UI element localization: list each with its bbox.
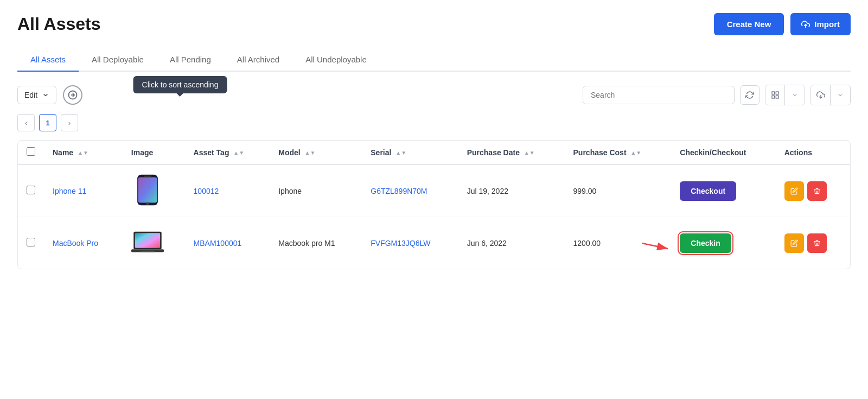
row-purchase-date-1: Jul 19, 2022 (467, 187, 508, 195)
macbook-image (131, 226, 164, 258)
import-button[interactable]: Import (790, 13, 851, 35)
row-image-cell-1 (123, 164, 185, 217)
row-serial-link-2[interactable]: FVFGM13JQ6LW (371, 239, 430, 248)
next-page-button[interactable]: › (61, 114, 78, 131)
delete-button-2[interactable] (807, 233, 827, 253)
grid-chevron-button[interactable] (785, 85, 805, 105)
row-image-cell-2 (123, 217, 185, 269)
col-header-serial[interactable]: Serial ▲▼ (362, 141, 458, 164)
red-arrow-icon (642, 235, 674, 251)
edit-button-1[interactable] (784, 181, 804, 201)
tab-all-pending[interactable]: All Pending (157, 48, 224, 72)
sort-tooltip: Click to sort ascending (133, 76, 227, 93)
purchase-date-sort-icons: ▲▼ (524, 150, 535, 156)
edit-label: Edit (24, 91, 37, 99)
header-actions: Create New Import (714, 13, 851, 35)
svg-point-11 (146, 202, 149, 205)
svg-rect-4 (776, 92, 778, 94)
row-asset-tag-cell-2: MBAM100001 (185, 217, 270, 269)
download-group (810, 85, 851, 105)
tab-all-deployable[interactable]: All Deployable (79, 48, 157, 72)
asset-tag-link-1[interactable]: 100012 (194, 187, 219, 195)
download-chevron-button[interactable] (831, 85, 850, 105)
grid-icon (771, 91, 780, 99)
tabs-container: All Assets All Deployable All Pending Al… (17, 48, 851, 72)
action-buttons-2 (784, 233, 841, 253)
delete-button-1[interactable] (807, 181, 827, 201)
action-buttons-1 (784, 181, 841, 201)
trash-icon-1 (813, 187, 821, 195)
svg-rect-3 (772, 92, 775, 94)
select-all-checkbox[interactable] (27, 147, 35, 156)
toolbar-right (583, 85, 851, 105)
download-icon (816, 91, 825, 99)
download-button[interactable] (811, 85, 831, 105)
row-purchase-date-2: Jun 6, 2022 (467, 239, 507, 248)
pencil-icon-1 (790, 187, 798, 195)
name-sort-icons: ▲▼ (78, 150, 88, 156)
pagination: ‹ 1 › (17, 114, 851, 131)
upload-icon (801, 20, 810, 29)
row-actions-cell-1 (776, 164, 850, 217)
svg-rect-12 (144, 175, 151, 177)
purchase-cost-sort-icons: ▲▼ (630, 150, 641, 156)
page-1-button[interactable]: 1 (39, 114, 56, 131)
tab-all-assets[interactable]: All Assets (17, 48, 79, 72)
svg-rect-17 (141, 251, 155, 252)
col-header-purchase-cost[interactable]: Purchase Cost ▲▼ (565, 141, 672, 164)
tab-all-undeployable[interactable]: All Undeployable (292, 48, 380, 72)
col-header-model[interactable]: Model ▲▼ (270, 141, 362, 164)
svg-rect-15 (135, 233, 160, 248)
search-input[interactable] (583, 86, 735, 104)
checkout-button-1[interactable]: Checkout (680, 181, 736, 201)
chevron-down-icon-grid (792, 92, 798, 98)
view-toggle-group (765, 85, 805, 105)
table-header-row: Name ▲▼ Image Asset Tag ▲▼ Model ▲▼ Seri… (18, 141, 850, 164)
grid-view-button[interactable] (765, 85, 785, 105)
svg-rect-5 (776, 96, 778, 98)
checkin-button-2[interactable]: Checkin (680, 233, 731, 253)
row-serial-link-1[interactable]: G6TZL899N70M (371, 187, 427, 195)
row-model-cell-2: Macbook pro M1 (270, 217, 362, 269)
trash-icon-2 (813, 239, 821, 247)
asset-tag-sort-icons: ▲▼ (233, 150, 244, 156)
row-serial-cell-1: G6TZL899N70M (362, 164, 458, 217)
chevron-down-icon (42, 91, 49, 99)
arrow-right-icon (68, 90, 78, 100)
create-new-button[interactable]: Create New (714, 13, 784, 35)
row-model-cell-1: Iphone (270, 164, 362, 217)
edit-dropdown[interactable]: Edit (17, 86, 56, 104)
row-checkbox-1[interactable] (27, 186, 35, 194)
serial-sort-icons: ▲▼ (395, 150, 406, 156)
col-header-name[interactable]: Name ▲▼ (44, 141, 123, 164)
row-name-cell-2: MacBook Pro (44, 217, 123, 269)
iphone-image (131, 174, 164, 206)
svg-line-19 (642, 243, 668, 249)
prev-page-button[interactable]: ‹ (17, 114, 35, 131)
col-header-checkin-checkout: Checkin/Checkout (671, 141, 775, 164)
checkin-cell-container: Checkin (680, 233, 731, 253)
row-purchase-cost-cell-1: 999.00 (565, 164, 672, 217)
row-checkbox-cell-2 (18, 217, 44, 269)
page-title: All Assets (17, 14, 101, 34)
chevron-down-icon-download (837, 92, 844, 98)
row-model-1: Iphone (278, 187, 302, 195)
asset-name-link-1[interactable]: Iphone 11 (53, 187, 86, 195)
asset-tag-link-2[interactable]: MBAM100001 (194, 239, 242, 248)
tab-all-archived[interactable]: All Archived (224, 48, 292, 72)
row-checkbox-2[interactable] (27, 238, 35, 246)
row-purchase-cost-2: 1200.00 (573, 239, 601, 248)
edit-button-2[interactable] (784, 233, 804, 253)
refresh-icon (745, 91, 754, 99)
go-button[interactable] (63, 85, 82, 105)
row-checkin-checkout-cell-2: Checkin (671, 217, 775, 269)
col-header-purchase-date[interactable]: Purchase Date ▲▼ (458, 141, 565, 164)
row-model-2: Macbook pro M1 (278, 239, 335, 248)
refresh-button[interactable] (740, 85, 760, 105)
table-row: Iphone 11 (18, 164, 850, 217)
col-header-asset-tag[interactable]: Asset Tag ▲▼ (185, 141, 270, 164)
asset-name-link-2[interactable]: MacBook Pro (53, 239, 98, 248)
row-checkin-checkout-cell-1: Checkout (671, 164, 775, 217)
pencil-icon-2 (790, 239, 798, 247)
svg-rect-6 (772, 96, 775, 98)
